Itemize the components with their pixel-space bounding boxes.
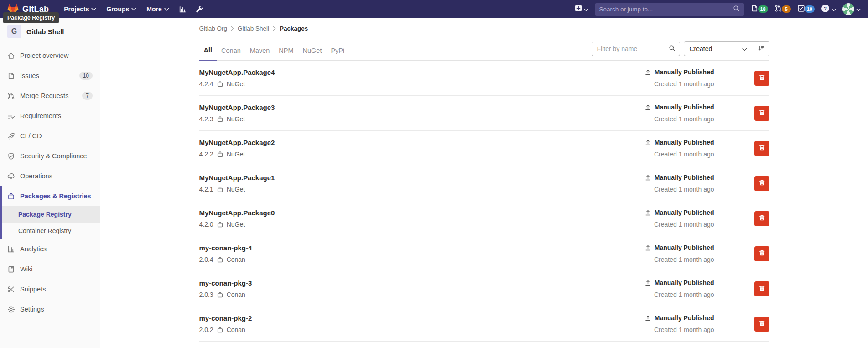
package-type: Conan — [227, 326, 245, 333]
tab-pypi[interactable]: PyPi — [326, 41, 349, 60]
rocket-icon — [7, 132, 15, 140]
sidebar-subitem-container-registry[interactable]: Container Registry — [2, 223, 100, 239]
merge-requests-dashboard-button[interactable]: 5 — [774, 5, 791, 14]
sidebar-item-label: Merge Requests — [20, 92, 68, 99]
sidebar-item-requirements[interactable]: Requirements — [0, 106, 100, 126]
package-info: MyNugetApp.Package0 4.2.0 NuGet — [199, 209, 645, 228]
todo-check-icon — [797, 5, 805, 14]
package-icon — [217, 151, 223, 158]
package-status: Manually Published — [655, 244, 714, 251]
package-name-link[interactable]: MyNugetApp.Package1 — [199, 174, 275, 182]
package-created: Created 1 month ago — [645, 186, 714, 193]
projects-menu[interactable]: Projects — [59, 0, 101, 18]
user-menu-button[interactable] — [842, 3, 861, 15]
sidebar-item-packages-registries[interactable]: Packages & Registries — [2, 186, 100, 206]
sidebar-item-label: Issues — [20, 72, 39, 79]
package-name-link[interactable]: MyNugetApp.Package0 — [199, 209, 275, 217]
package-name-link[interactable]: MyNugetApp.Package2 — [199, 139, 275, 146]
package-name-link[interactable]: my-conan-pkg-4 — [199, 244, 252, 252]
sort-by-value: Created — [690, 45, 712, 52]
search-input[interactable] — [599, 6, 733, 13]
sidebar-item-project-overview[interactable]: Project overview — [0, 46, 100, 66]
charts-icon[interactable] — [174, 0, 191, 18]
groups-menu-label: Groups — [106, 5, 129, 13]
delete-package-button[interactable] — [754, 211, 769, 226]
tab-maven[interactable]: Maven — [245, 41, 275, 60]
sidebar-item-wiki[interactable]: Wiki — [0, 259, 100, 279]
filter-by-name-input[interactable] — [592, 42, 665, 56]
delete-package-button[interactable] — [754, 317, 769, 332]
sidebar-item-merge-requests[interactable]: Merge Requests 7 — [0, 86, 100, 106]
breadcrumb-gitlab-org[interactable]: Gitlab Org — [199, 25, 228, 32]
breadcrumb-packages: Packages — [280, 25, 308, 32]
trash-icon — [759, 179, 765, 187]
more-menu-label: More — [146, 5, 161, 13]
help-menu-button[interactable]: ? — [821, 4, 836, 15]
sidebar-subitem-package-registry[interactable]: Package Registry — [2, 206, 100, 223]
tab-all[interactable]: All — [199, 40, 217, 61]
sidebar-item-analytics[interactable]: Analytics — [0, 239, 100, 259]
package-type: NuGet — [227, 151, 245, 158]
plus-square-icon — [575, 5, 582, 14]
more-menu[interactable]: More — [141, 0, 174, 18]
search-icon — [733, 5, 740, 14]
todos-button[interactable]: 19 — [797, 5, 815, 14]
delete-package-button[interactable] — [754, 281, 769, 296]
project-sidebar: G Gitlab Shell Project overview Issues 1… — [0, 18, 100, 348]
sort-group: Created — [684, 41, 769, 56]
analytics-icon — [7, 245, 15, 253]
merge-requests-count-badge: 5 — [782, 5, 791, 13]
delete-package-button[interactable] — [754, 71, 769, 86]
package-name-link[interactable]: my-conan-pkg-3 — [199, 279, 252, 287]
package-name-link[interactable]: MyNugetApp.Package3 — [199, 104, 275, 111]
sort-direction-button[interactable] — [753, 41, 769, 56]
admin-wrench-icon[interactable] — [191, 0, 208, 18]
package-status: Manually Published — [655, 314, 714, 322]
package-type-tabs: All Conan Maven NPM NuGet PyPi Creat — [199, 38, 769, 61]
delete-package-button[interactable] — [754, 141, 769, 156]
delete-package-button[interactable] — [754, 106, 769, 121]
help-icon: ? — [821, 4, 830, 15]
package-name-link[interactable]: my-conan-pkg-2 — [199, 314, 252, 322]
tab-nuget[interactable]: NuGet — [298, 41, 327, 60]
upload-icon — [645, 104, 651, 111]
package-meta: 4.2.2 NuGet — [199, 151, 645, 158]
sort-by-select[interactable]: Created — [684, 41, 753, 56]
sidebar-item-security-compliance[interactable]: Security & Compliance — [0, 146, 100, 166]
package-type: NuGet — [227, 115, 245, 123]
sidebar-item-operations[interactable]: Operations — [0, 166, 100, 186]
sidebar-item-issues[interactable]: Issues 10 — [0, 66, 100, 86]
delete-package-button[interactable] — [754, 176, 769, 191]
tab-npm[interactable]: NPM — [274, 41, 298, 60]
merge-request-icon — [7, 92, 15, 100]
package-type: NuGet — [227, 221, 245, 228]
package-created: Created 1 month ago — [645, 221, 714, 228]
package-info: my-conan-pkg-4 2.0.4 Conan — [199, 244, 645, 263]
new-menu-button[interactable] — [575, 5, 588, 14]
groups-menu[interactable]: Groups — [101, 0, 141, 18]
package-list: MyNugetApp.Package4 4.2.4 NuGet Manually… — [199, 61, 769, 342]
upload-icon — [645, 280, 651, 286]
package-meta: 2.0.3 Conan — [199, 291, 645, 298]
package-icon — [217, 221, 223, 228]
delete-package-button[interactable] — [754, 246, 769, 261]
sidebar-item-settings[interactable]: Settings — [0, 299, 100, 319]
filter-group — [592, 42, 680, 56]
sidebar-item-ci-cd[interactable]: CI / CD — [0, 126, 100, 146]
breadcrumb-gitlab-shell[interactable]: Gitlab Shell — [238, 25, 269, 32]
top-navbar: GitLab Projects Groups More — [0, 0, 868, 18]
issues-dashboard-button[interactable]: 18 — [751, 5, 768, 14]
chevron-right-icon — [273, 26, 276, 31]
package-created: Created 1 month ago — [645, 326, 714, 333]
package-status: Manually Published — [655, 279, 714, 286]
scissors-icon — [7, 286, 15, 293]
filter-search-button[interactable] — [665, 42, 680, 56]
package-type: Conan — [227, 256, 245, 263]
trash-icon — [759, 109, 765, 117]
merge-requests-count-badge: 7 — [82, 92, 93, 100]
sidebar-item-label: Project overview — [20, 52, 68, 59]
sidebar-item-snippets[interactable]: Snippets — [0, 279, 100, 299]
package-icon — [217, 291, 223, 298]
package-name-link[interactable]: MyNugetApp.Package4 — [199, 68, 275, 76]
tab-conan[interactable]: Conan — [217, 41, 245, 60]
